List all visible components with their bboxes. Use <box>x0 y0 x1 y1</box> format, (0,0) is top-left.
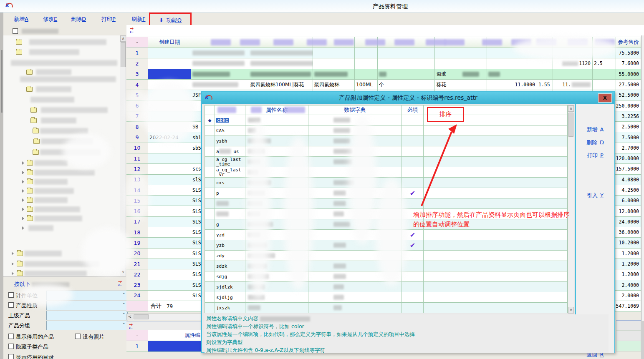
toolbar-add-button[interactable]: 新增A <box>14 15 28 23</box>
expand-arrow-icon[interactable] <box>22 161 24 165</box>
cell-num: 22 <box>126 269 148 279</box>
parent-product-combobox[interactable] <box>46 311 128 320</box>
swap-columns-icon[interactable]: →← <box>129 27 137 34</box>
window-right-scroll-strip[interactable] <box>641 35 644 359</box>
header-date[interactable]: 创建日期 <box>148 37 191 48</box>
tree-item[interactable] <box>3 69 120 75</box>
product-group-combobox[interactable] <box>46 321 128 330</box>
tree-scrollbar-thumb[interactable] <box>121 42 126 67</box>
table-row[interactable]: 3蜀玻55.0000 <box>126 69 641 80</box>
expand-arrow-icon[interactable] <box>22 208 24 211</box>
dialog-scrollbar[interactable]: ∧ ∨ <box>568 105 574 314</box>
header-ref[interactable]: 参考售价 <box>616 37 641 48</box>
expand-arrow-icon[interactable] <box>22 226 24 230</box>
dialog-scrollbar-thumb[interactable] <box>568 113 573 137</box>
attr-header-dict[interactable]: 数据字典 <box>308 105 402 115</box>
total-label: 合计 <box>151 302 162 310</box>
scroll-left-icon[interactable]: < <box>127 314 133 320</box>
tree-item[interactable] <box>3 128 120 134</box>
show-disabled-directories-checkbox[interactable] <box>8 354 14 359</box>
left-scrollbar-thumb[interactable] <box>1 50 3 113</box>
dialog-import-button[interactable]: 引入Y <box>576 192 614 199</box>
dialog-print-button[interactable]: 打印P <box>576 152 614 159</box>
scroll-down-icon[interactable]: ∨ <box>568 307 574 313</box>
expand-arrow-icon[interactable] <box>22 180 24 183</box>
tree-item[interactable] <box>3 49 120 55</box>
attr-header-req[interactable]: 必填 <box>402 105 424 115</box>
folder-icon <box>33 150 39 155</box>
attribute-table-row[interactable]: 1 <box>126 341 202 352</box>
hscroll-thumb[interactable] <box>134 314 149 319</box>
cell-ref: 1.2000 <box>616 269 641 279</box>
tree-item[interactable] <box>3 215 120 222</box>
folder-icon <box>27 207 33 212</box>
swap-icon[interactable]: →← <box>129 323 136 330</box>
redacted-header <box>307 39 327 45</box>
toolbar-edit-button[interactable]: 修改E <box>43 15 57 23</box>
expand-arrow-icon[interactable] <box>22 198 24 202</box>
cell-factor <box>537 58 553 68</box>
cell-num: 3 <box>126 69 148 79</box>
cell-spec <box>355 58 378 68</box>
redacted-text <box>488 72 500 77</box>
scroll-up-icon[interactable]: ∧ <box>568 105 574 112</box>
attr-cell-rest <box>424 240 567 250</box>
hide-subclass-products-checkbox[interactable] <box>8 344 14 349</box>
tree-item[interactable] <box>3 188 120 194</box>
attribute-row[interactable]: jxszk <box>205 303 567 313</box>
horizontal-scrollbar[interactable]: < <box>126 314 201 320</box>
cell-date <box>148 259 191 269</box>
tree-item[interactable] <box>3 60 120 66</box>
tree-item[interactable] <box>3 178 120 185</box>
scroll-up-icon[interactable]: ∧ <box>120 35 126 42</box>
folder-icon <box>17 271 23 276</box>
expand-arrow-icon[interactable] <box>12 262 14 266</box>
expand-arrow-icon[interactable] <box>22 189 24 193</box>
filter-row-options1: 显示停用的产品 没有照片 <box>3 332 126 342</box>
tree-item[interactable] <box>3 169 120 176</box>
tree-item[interactable] <box>3 39 120 45</box>
checkbox-icon[interactable] <box>13 28 18 34</box>
no-photo-checkbox[interactable] <box>75 334 81 339</box>
tree-item[interactable] <box>3 206 120 213</box>
expand-arrow-icon[interactable] <box>12 272 14 275</box>
tree-item[interactable] <box>3 86 120 93</box>
redacted-text <box>284 107 305 113</box>
cell-num: 10 <box>126 143 148 153</box>
expand-arrow-icon[interactable] <box>12 252 14 255</box>
attr-cell-code: zdy <box>215 251 245 261</box>
nature-checkbox[interactable] <box>8 302 14 308</box>
tree-item[interactable] <box>3 96 120 103</box>
toolbar-refresh-button[interactable]: 刷新F <box>131 15 145 23</box>
expand-arrow-icon[interactable] <box>22 217 24 220</box>
toolbar-function-button[interactable]: 功能O <box>167 17 182 24</box>
close-icon[interactable]: X <box>598 93 612 103</box>
dialog-titlebar[interactable]: K 产品附加属性定义 - 属性定义 - 标识编号res.res_attr X <box>202 92 614 104</box>
show-disabled-products-checkbox[interactable] <box>8 334 14 339</box>
tree-item[interactable] <box>3 117 120 124</box>
cell-p1: 11.0000 <box>511 80 537 90</box>
expand-arrow-icon[interactable] <box>22 171 24 174</box>
attr-header-sel[interactable] <box>205 105 215 115</box>
tree-item[interactable] <box>3 197 120 203</box>
selected-attribute-cell[interactable] <box>148 341 202 351</box>
toolbar-delete-button[interactable]: 删除D <box>71 15 86 23</box>
toolbar-print-button[interactable]: 打印P <box>101 15 116 23</box>
tree-item[interactable] <box>3 107 120 113</box>
cell-ref: 157.5000 <box>616 164 641 174</box>
window-right-scroll-thumb[interactable] <box>641 321 644 359</box>
attr-cell-code: ysbh <box>215 136 245 146</box>
dialog-add-button[interactable]: 新增A <box>576 126 614 133</box>
header-num[interactable]: - <box>126 37 148 48</box>
redacted-tree-label <box>34 170 95 176</box>
dialog-delete-button[interactable]: 删除D <box>576 139 614 146</box>
attr-cell-req <box>402 157 424 167</box>
include-subdirectory-checkbox[interactable] <box>13 27 58 35</box>
unit-checkbox[interactable] <box>8 292 14 298</box>
swap-icon[interactable]: →← <box>118 280 125 287</box>
window-title: 产品资料管理 <box>373 3 408 10</box>
dialog-logo-icon: K <box>205 95 213 101</box>
attr-cell-req <box>402 115 424 125</box>
tree-item[interactable] <box>3 76 120 83</box>
table-row[interactable]: 4聚四氟烧杯100ML|葵花聚四氟烧杯100ML个葵花11.00001.5511… <box>126 80 641 90</box>
